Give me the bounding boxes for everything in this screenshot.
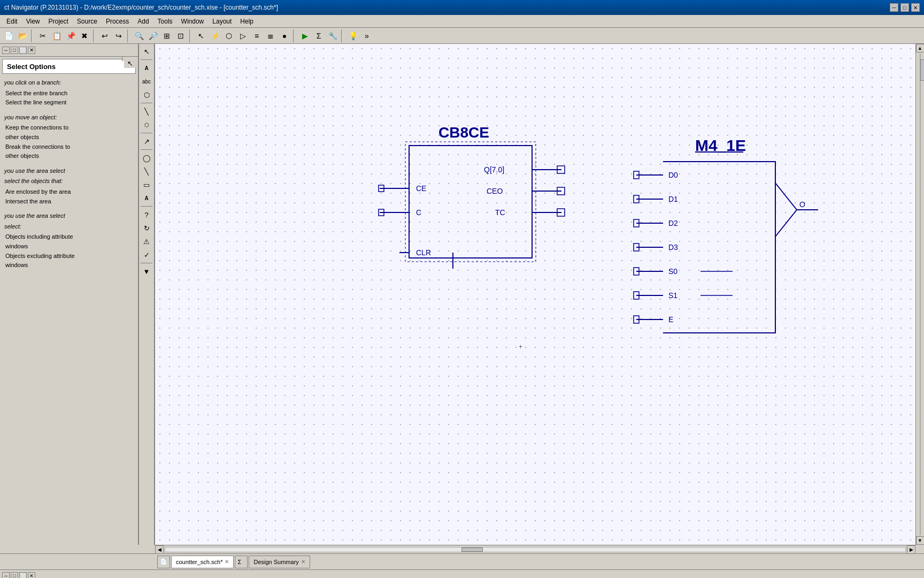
- m41e-pin-d1-label: D1: [668, 195, 678, 203]
- tb-cut[interactable]: ✂: [36, 29, 49, 42]
- tab-design-summary[interactable]: Design Summary ✕: [249, 556, 310, 568]
- m41e-pin-d0-label: D0: [668, 171, 678, 179]
- tb-new[interactable]: 📄: [2, 29, 15, 42]
- tb-sep6: [341, 29, 344, 42]
- menu-process[interactable]: Process: [102, 17, 133, 26]
- m41e-pin-d3-label: D3: [668, 243, 678, 252]
- menu-tools[interactable]: Tools: [153, 17, 177, 26]
- side-select[interactable]: ↖: [124, 59, 137, 68]
- tb-net[interactable]: ≡: [250, 29, 263, 42]
- menu-layout[interactable]: Layout: [208, 17, 236, 26]
- option-enclosed[interactable]: Are enclosed by the area: [4, 187, 134, 197]
- panel2-controls: ↔ □ ⬜ ✕: [2, 572, 35, 578]
- tab-schematic-label: countter_sch.sch*: [176, 559, 222, 565]
- tb-open[interactable]: 📂: [16, 29, 29, 42]
- tb-run[interactable]: ▶: [298, 29, 311, 42]
- menu-add[interactable]: Add: [133, 17, 153, 26]
- menu-help[interactable]: Help: [236, 17, 258, 26]
- option-keep-conn[interactable]: Keep the connections to: [4, 123, 134, 133]
- panel-close-btn[interactable]: ✕: [28, 47, 35, 54]
- tab-schematic[interactable]: countter_sch.sch* ✕: [171, 556, 234, 568]
- rt-question[interactable]: ?: [140, 208, 153, 221]
- tb-zoom-out[interactable]: 🔎: [147, 29, 159, 42]
- tb-undo[interactable]: ↩: [98, 29, 111, 42]
- rt-expand[interactable]: ▼: [140, 265, 153, 278]
- rt-text[interactable]: abc: [140, 75, 153, 88]
- title-bar: ct Navigator (P.20131013) - D:/work/E2ex…: [0, 0, 924, 15]
- panel2-max[interactable]: ⬜: [19, 572, 27, 578]
- option-break-conn[interactable]: Break the connections to: [4, 142, 134, 152]
- panel-pin-btn[interactable]: ↔: [2, 47, 10, 54]
- m41e-pin-o-label: O: [799, 200, 805, 209]
- tb-delete[interactable]: ✖: [78, 29, 91, 42]
- menu-edit[interactable]: Edit: [2, 17, 22, 26]
- panel2-close[interactable]: ✕: [28, 572, 35, 578]
- canvas-area[interactable]: CB8CE CE C CLR Q[7.0]: [155, 44, 915, 545]
- maximize-button[interactable]: □: [900, 3, 909, 12]
- tab-design-label: Design Summary: [253, 559, 298, 565]
- m41e-box: [663, 162, 775, 333]
- tb-paste[interactable]: 📌: [64, 29, 77, 42]
- scroll-left-btn[interactable]: ◀: [155, 545, 164, 554]
- panel-restore-btn[interactable]: □: [11, 47, 18, 54]
- menu-project[interactable]: Project: [44, 17, 72, 26]
- tb-bus[interactable]: ≣: [264, 29, 277, 42]
- tb-comp[interactable]: ⬡: [222, 29, 235, 42]
- tb-light[interactable]: 💡: [346, 29, 359, 42]
- h-scrollbar[interactable]: ◀ ▶: [155, 545, 915, 553]
- option-excl-attr[interactable]: Objects excluding attribute: [4, 252, 134, 261]
- option-incl-attr[interactable]: Objects including attribute: [4, 232, 134, 242]
- panel-maximize-btn[interactable]: ⬜: [19, 47, 27, 54]
- rt-warn[interactable]: ⚠: [140, 235, 153, 248]
- tb-zoom-sel[interactable]: ⊡: [174, 29, 187, 42]
- tb-junction[interactable]: ●: [278, 29, 291, 42]
- tb-zoom-in[interactable]: 🔍: [133, 29, 145, 42]
- menu-window[interactable]: Window: [177, 17, 209, 26]
- rt-label[interactable]: A: [140, 192, 153, 204]
- rt-port[interactable]: ↗: [140, 135, 153, 148]
- rt-sep5: [141, 206, 152, 207]
- option-entire-branch[interactable]: Select the entire branch: [4, 89, 134, 98]
- title-text: ct Navigator (P.20131013) - D:/work/E2ex…: [4, 4, 278, 11]
- panel2-restore[interactable]: □: [11, 572, 18, 578]
- rt-add-comp[interactable]: A: [140, 62, 153, 74]
- rt-bus[interactable]: ⬡: [140, 118, 153, 131]
- options-content[interactable]: you click on a branch: Select the entire…: [0, 76, 138, 545]
- rt-line[interactable]: ╲: [140, 165, 153, 178]
- rt-select[interactable]: ↖: [140, 45, 153, 58]
- rt-refresh[interactable]: ↻: [140, 222, 153, 234]
- tab-schematic-close[interactable]: ✕: [225, 559, 229, 565]
- scroll-down-btn[interactable]: ▼: [916, 536, 925, 545]
- tb-copy[interactable]: 📋: [50, 29, 63, 42]
- section-area-trigger2: you use the area select: [4, 211, 134, 221]
- v-scrollbar[interactable]: ▲ ▼: [915, 44, 924, 545]
- tb-more[interactable]: »: [360, 29, 373, 42]
- section-move-trigger: you move an object:: [4, 113, 134, 123]
- rt-circle[interactable]: ◯: [140, 151, 153, 164]
- close-button[interactable]: ✕: [911, 3, 920, 12]
- tb-debug[interactable]: 🔧: [326, 29, 339, 42]
- tb-zoom-fit[interactable]: ⊞: [160, 29, 173, 42]
- scroll-track[interactable]: [165, 547, 906, 552]
- rt-wire[interactable]: ╲: [140, 105, 153, 118]
- option-line-segment[interactable]: Select the line segment: [4, 98, 134, 108]
- rt-rect[interactable]: ▭: [140, 178, 153, 191]
- scroll-right-btn[interactable]: ▶: [907, 545, 915, 554]
- tb-redo[interactable]: ↪: [112, 29, 125, 42]
- menu-source[interactable]: Source: [73, 17, 102, 26]
- scroll-up-btn[interactable]: ▲: [916, 44, 925, 52]
- tb-wire[interactable]: ⚡: [209, 29, 221, 42]
- tb-sigma[interactable]: Σ: [312, 29, 325, 42]
- rt-sym[interactable]: ⬡: [140, 88, 153, 101]
- select-options-label: Select Options: [7, 63, 56, 71]
- tb-select[interactable]: ↖: [195, 29, 207, 42]
- menu-view[interactable]: View: [22, 17, 44, 26]
- option-intersect[interactable]: Intersect the area: [4, 197, 134, 207]
- minimize-button[interactable]: ─: [890, 3, 898, 12]
- scroll-thumb[interactable]: [461, 547, 483, 552]
- section-area-select1: you use the area select select the objec…: [4, 166, 134, 206]
- tab-design-close[interactable]: ✕: [301, 559, 305, 565]
- rt-check[interactable]: ✓: [140, 248, 153, 261]
- panel2-pin[interactable]: ↔: [2, 572, 10, 578]
- tb-port[interactable]: ▷: [236, 29, 249, 42]
